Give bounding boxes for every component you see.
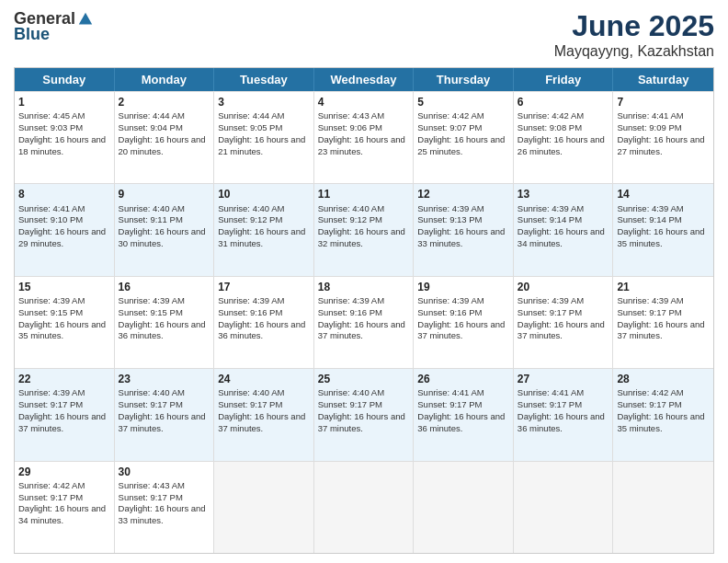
day-17: 17 Sunrise: 4:39 AM Sunset: 9:16 PM Dayl…: [214, 277, 314, 368]
day-9-sunset: Sunset: 9:11 PM: [119, 214, 183, 224]
day-1-sunrise: Sunrise: 4:45 AM: [18, 110, 85, 121]
empty-cell-5: [613, 462, 713, 553]
day-num-2: 2: [119, 95, 210, 109]
day-7-daylight: Daylight: 16 hours and 27 minutes.: [617, 134, 704, 156]
day-24: 24 Sunrise: 4:40 AM Sunset: 9:17 PM Dayl…: [214, 369, 314, 460]
day-16: 16 Sunrise: 4:39 AM Sunset: 9:15 PM Dayl…: [115, 277, 215, 368]
day-7: 7 Sunrise: 4:41 AM Sunset: 9:09 PM Dayli…: [613, 92, 713, 183]
day-num-12: 12: [417, 187, 509, 201]
day-num-13: 13: [518, 187, 609, 201]
day-28: 28 Sunrise: 4:42 AM Sunset: 9:17 PM Dayl…: [613, 369, 713, 460]
day-6-sunset: Sunset: 9:08 PM: [518, 122, 582, 132]
day-17-sunrise: Sunrise: 4:39 AM: [218, 295, 284, 305]
header-friday: Friday: [514, 68, 614, 91]
day-18: 18 Sunrise: 4:39 AM Sunset: 9:16 PM Dayl…: [314, 277, 415, 368]
day-26-daylight: Daylight: 16 hours and 36 minutes.: [417, 411, 505, 433]
calendar: Sunday Monday Tuesday Wednesday Thursday…: [14, 67, 714, 554]
day-25-sunrise: Sunrise: 4:40 AM: [318, 387, 384, 397]
day-21-daylight: Daylight: 16 hours and 37 minutes.: [617, 319, 704, 341]
day-14: 14 Sunrise: 4:39 AM Sunset: 9:14 PM Dayl…: [613, 184, 713, 275]
day-num-1: 1: [18, 95, 110, 109]
day-9-sunrise: Sunrise: 4:40 AM: [119, 203, 185, 213]
empty-cell-1: [214, 462, 314, 553]
day-24-daylight: Daylight: 16 hours and 37 minutes.: [218, 411, 305, 433]
day-13: 13 Sunrise: 4:39 AM Sunset: 9:14 PM Dayl…: [514, 184, 614, 275]
day-24-sunrise: Sunrise: 4:40 AM: [218, 387, 284, 397]
day-num-15: 15: [18, 280, 110, 294]
week-row-3: 15 Sunrise: 4:39 AM Sunset: 9:15 PM Dayl…: [15, 276, 713, 368]
logo: General Blue: [14, 9, 94, 44]
day-29-sunrise: Sunrise: 4:42 AM: [18, 480, 85, 490]
day-num-6: 6: [518, 95, 609, 109]
day-19: 19 Sunrise: 4:39 AM Sunset: 9:16 PM Dayl…: [414, 277, 514, 368]
day-3-sunset: Sunset: 9:05 PM: [218, 122, 282, 132]
day-10-sunset: Sunset: 9:12 PM: [218, 214, 282, 224]
day-27: 27 Sunrise: 4:41 AM Sunset: 9:17 PM Dayl…: [514, 369, 614, 460]
logo-blue-text: Blue: [14, 25, 50, 44]
day-19-sunrise: Sunrise: 4:39 AM: [417, 295, 483, 305]
day-29-sunset: Sunset: 9:17 PM: [18, 492, 83, 502]
day-13-sunset: Sunset: 9:14 PM: [518, 214, 582, 224]
day-num-19: 19: [417, 280, 509, 294]
day-num-3: 3: [218, 95, 310, 109]
day-22: 22 Sunrise: 4:39 AM Sunset: 9:17 PM Dayl…: [15, 369, 115, 460]
day-6: 6 Sunrise: 4:42 AM Sunset: 9:08 PM Dayli…: [514, 92, 614, 183]
day-num-8: 8: [18, 187, 110, 201]
day-14-sunset: Sunset: 9:14 PM: [617, 214, 681, 224]
day-8-sunset: Sunset: 9:10 PM: [18, 214, 83, 224]
day-4-daylight: Daylight: 16 hours and 23 minutes.: [318, 134, 405, 156]
calendar-body: 1 Sunrise: 4:45 AM Sunset: 9:03 PM Dayli…: [15, 91, 713, 553]
day-11-daylight: Daylight: 16 hours and 32 minutes.: [318, 226, 405, 248]
day-num-30: 30: [119, 465, 210, 479]
day-13-sunrise: Sunrise: 4:39 AM: [518, 203, 584, 213]
page: General Blue June 2025 Mayqayyng, Kazakh…: [0, 0, 728, 563]
day-16-sunrise: Sunrise: 4:39 AM: [119, 295, 185, 305]
calendar-header: Sunday Monday Tuesday Wednesday Thursday…: [15, 68, 713, 91]
header-sunday: Sunday: [15, 68, 115, 91]
day-5-daylight: Daylight: 16 hours and 25 minutes.: [417, 134, 505, 156]
day-15-sunrise: Sunrise: 4:39 AM: [18, 295, 85, 305]
day-4: 4 Sunrise: 4:43 AM Sunset: 9:06 PM Dayli…: [314, 92, 415, 183]
day-num-4: 4: [318, 95, 410, 109]
header: General Blue June 2025 Mayqayyng, Kazakh…: [14, 9, 714, 60]
day-1-sunset: Sunset: 9:03 PM: [18, 122, 83, 132]
day-7-sunset: Sunset: 9:09 PM: [617, 122, 681, 132]
day-11-sunset: Sunset: 9:12 PM: [318, 214, 382, 224]
day-18-sunset: Sunset: 9:16 PM: [318, 307, 382, 317]
day-30-sunset: Sunset: 9:17 PM: [119, 492, 183, 502]
day-30: 30 Sunrise: 4:43 AM Sunset: 9:17 PM Dayl…: [115, 462, 215, 553]
day-9-daylight: Daylight: 16 hours and 30 minutes.: [119, 226, 206, 248]
day-10-sunrise: Sunrise: 4:40 AM: [218, 203, 284, 213]
subtitle: Mayqayyng, Kazakhstan: [554, 43, 714, 60]
day-2: 2 Sunrise: 4:44 AM Sunset: 9:04 PM Dayli…: [115, 92, 215, 183]
day-19-sunset: Sunset: 9:16 PM: [417, 307, 482, 317]
day-num-26: 26: [417, 372, 509, 386]
day-14-sunrise: Sunrise: 4:39 AM: [617, 203, 683, 213]
day-22-sunset: Sunset: 9:17 PM: [18, 399, 83, 409]
day-8: 8 Sunrise: 4:41 AM Sunset: 9:10 PM Dayli…: [15, 184, 115, 275]
day-30-sunrise: Sunrise: 4:43 AM: [119, 480, 185, 490]
day-15: 15 Sunrise: 4:39 AM Sunset: 9:15 PM Dayl…: [15, 277, 115, 368]
day-20-daylight: Daylight: 16 hours and 37 minutes.: [518, 319, 605, 341]
day-6-daylight: Daylight: 16 hours and 26 minutes.: [518, 134, 605, 156]
day-11: 11 Sunrise: 4:40 AM Sunset: 9:12 PM Dayl…: [314, 184, 415, 275]
main-title: June 2025: [554, 9, 714, 43]
empty-cell-2: [314, 462, 415, 553]
day-4-sunset: Sunset: 9:06 PM: [318, 122, 382, 132]
week-row-1: 1 Sunrise: 4:45 AM Sunset: 9:03 PM Dayli…: [15, 91, 713, 183]
day-num-16: 16: [119, 280, 210, 294]
day-1-daylight: Daylight: 16 hours and 18 minutes.: [18, 134, 106, 156]
day-30-daylight: Daylight: 16 hours and 33 minutes.: [119, 503, 206, 525]
day-7-sunrise: Sunrise: 4:41 AM: [617, 110, 683, 121]
logo-icon: [77, 11, 94, 28]
day-10-daylight: Daylight: 16 hours and 31 minutes.: [218, 226, 305, 248]
day-27-daylight: Daylight: 16 hours and 36 minutes.: [518, 411, 605, 433]
day-12-sunrise: Sunrise: 4:39 AM: [417, 203, 483, 213]
day-4-sunrise: Sunrise: 4:43 AM: [318, 110, 384, 121]
day-2-sunrise: Sunrise: 4:44 AM: [119, 110, 185, 121]
day-num-29: 29: [18, 465, 110, 479]
day-16-sunset: Sunset: 9:15 PM: [119, 307, 183, 317]
day-9: 9 Sunrise: 4:40 AM Sunset: 9:11 PM Dayli…: [115, 184, 215, 275]
day-14-daylight: Daylight: 16 hours and 35 minutes.: [617, 226, 704, 248]
day-6-sunrise: Sunrise: 4:42 AM: [518, 110, 584, 121]
